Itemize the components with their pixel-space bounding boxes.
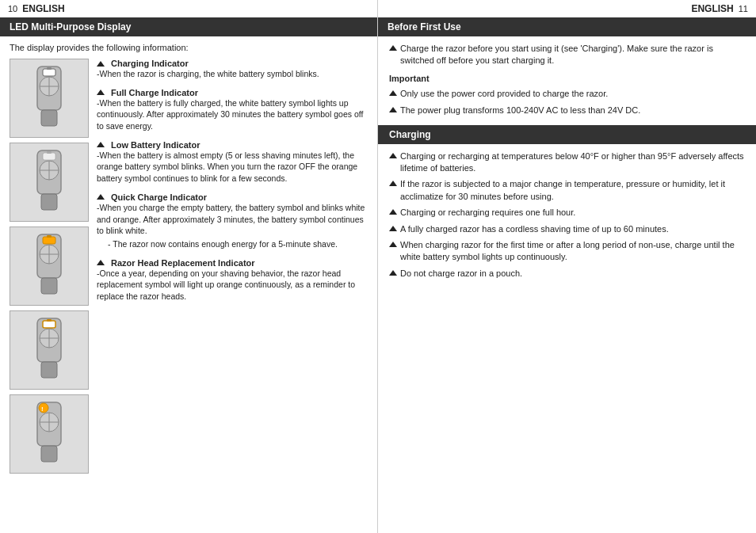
quick-charge-indicator-item: Quick Charge Indicator -When you charge …: [97, 192, 368, 250]
bullet-diamond-ch-5: [389, 270, 397, 276]
razor-svg-head: !: [13, 398, 85, 470]
indicator-section: ! Charging Indicator -When the razor is …: [10, 59, 368, 477]
svg-rect-13: [47, 151, 52, 154]
svg-rect-6: [47, 67, 52, 70]
full-charge-indicator-desc: -When the battery is fully charged, the …: [97, 97, 368, 132]
charging-text-1: If the razor is subjected to a major cha…: [400, 178, 745, 203]
charging-item-4: When charging razor for the first time o…: [389, 239, 745, 264]
bullet-diamond-before-0: [389, 45, 397, 51]
svg-rect-8: [41, 194, 57, 210]
left-content: The display provides the following infor…: [0, 36, 377, 533]
low-battery-indicator-item: Low Battery Indicator -When the battery …: [97, 140, 368, 185]
svg-rect-5: [43, 69, 55, 76]
razor-img-full: [10, 143, 89, 222]
quick-charge-indicator-title: Quick Charge Indicator: [97, 192, 368, 202]
important-item-0: Only use the power cord provided to char…: [389, 88, 745, 100]
razor-img-low: [10, 227, 89, 306]
charging-indicator-title: Charging Indicator: [97, 59, 368, 68]
charging-section: Charging or recharging at temperatures b…: [389, 150, 745, 280]
text-col: Charging Indicator -When the razor is ch…: [97, 59, 368, 477]
svg-point-34: [39, 403, 48, 413]
low-battery-indicator-title: Low Battery Indicator: [97, 140, 368, 150]
bullet-diamond-ch-2: [389, 209, 397, 215]
razor-img-charging: [10, 59, 89, 138]
charging-item-3: A fully charged razor has a cordless sha…: [389, 223, 745, 235]
important-text-0: Only use the power cord provided to char…: [400, 88, 608, 100]
right-content: Charge the razor before you start using …: [378, 36, 756, 533]
razor-images-col: !: [10, 59, 97, 477]
head-replacement-indicator-item: Razor Head Replacement Indicator -Once a…: [97, 258, 368, 303]
left-lang-label: ENGLISH: [22, 3, 64, 14]
bullet-diamond-important-1: [389, 107, 397, 112]
right-header: ENGLISH 11: [378, 0, 756, 17]
charging-text-3: A fully charged razor has a cordless sha…: [400, 223, 669, 235]
bullet-diamond-important-0: [389, 90, 397, 96]
head-replacement-indicator-desc: -Once a year, depending on your shaving …: [97, 268, 368, 303]
right-lang-label: ENGLISH: [691, 3, 733, 14]
charging-indicator-desc: -When the razor is charging, the white b…: [97, 68, 368, 80]
before-first-use-header: Before First Use: [378, 17, 756, 36]
bullet-diamond-ch-0: [389, 153, 397, 158]
left-page-num: 10: [8, 4, 17, 13]
charging-indicator-item: Charging Indicator -When the razor is ch…: [97, 59, 368, 80]
before-use-text-0: Charge the razor before you start using …: [400, 43, 745, 67]
svg-rect-23: [41, 362, 57, 378]
razor-svg-low: [13, 230, 85, 302]
left-column: 10 ENGLISH LED Multi-Purpose Display The…: [0, 0, 378, 533]
svg-text:!: !: [41, 405, 44, 413]
svg-rect-30: [41, 446, 57, 462]
bullet-diamond-quick: [97, 194, 105, 200]
bullet-diamond-ch-1: [389, 181, 397, 186]
right-page-num: 11: [739, 4, 748, 13]
important-item-1: The power plug transforms 100-240V AC to…: [389, 105, 745, 116]
svg-rect-27: [43, 321, 55, 328]
charging-header: Charging: [378, 125, 756, 144]
charging-item-2: Charging or recharging requires one full…: [389, 207, 745, 219]
bullet-diamond-head: [97, 260, 105, 265]
razor-svg-charging: [13, 63, 85, 134]
charging-text-4: When charging razor for the first time o…: [400, 239, 745, 264]
left-page-header: 10 ENGLISH: [0, 0, 73, 17]
svg-rect-28: [47, 319, 52, 322]
svg-rect-14: [44, 154, 55, 159]
razor-svg-quick: [13, 314, 85, 386]
full-charge-indicator-title: Full Charge Indicator: [97, 88, 368, 97]
led-section-header: LED Multi-Purpose Display: [0, 17, 377, 36]
svg-rect-16: [41, 278, 57, 294]
svg-rect-1: [41, 110, 57, 126]
razor-img-head: !: [10, 394, 89, 474]
quick-charge-sub-item-0: - The razor now contains enough energy f…: [108, 238, 368, 250]
charging-text-2: Charging or recharging requires one full…: [400, 207, 575, 219]
quick-charge-indicator-desc: -When you charge the empty battery, the …: [97, 202, 368, 237]
charging-item-5: Do not charge razor in a pouch.: [389, 268, 745, 280]
quick-charge-sub-bullet: - The razor now contains enough energy f…: [97, 238, 368, 250]
bullet-diamond-ch-4: [389, 242, 397, 247]
page: 10 ENGLISH LED Multi-Purpose Display The…: [0, 0, 756, 533]
bullet-diamond-ch-3: [389, 226, 397, 231]
razor-img-quick: [10, 310, 89, 390]
bullet-diamond-low: [97, 142, 105, 147]
before-use-item-0: Charge the razor before you start using …: [389, 43, 745, 67]
razor-svg-full: [13, 147, 85, 218]
charging-text-5: Do not charge razor in a pouch.: [400, 268, 522, 280]
bullet-diamond-full: [97, 89, 105, 95]
svg-rect-21: [47, 235, 52, 238]
right-page-header: ENGLISH 11: [683, 0, 756, 17]
charging-item-0: Charging or recharging at temperatures b…: [389, 150, 745, 175]
full-charge-indicator-item: Full Charge Indicator -When the battery …: [97, 88, 368, 132]
important-label: Important: [389, 74, 745, 83]
before-section: Charge the razor before you start using …: [389, 43, 745, 117]
intro-text: The display provides the following infor…: [10, 43, 368, 52]
right-column: ENGLISH 11 Before First Use Charge the r…: [378, 0, 756, 533]
left-header: 10 ENGLISH: [0, 0, 377, 17]
bullet-diamond-charging: [97, 61, 105, 67]
important-text-1: The power plug transforms 100-240V AC to…: [400, 105, 640, 116]
charging-text-0: Charging or recharging at temperatures b…: [400, 150, 745, 175]
charging-item-1: If the razor is subjected to a major cha…: [389, 178, 745, 203]
svg-rect-20: [43, 237, 55, 244]
head-replacement-indicator-title: Razor Head Replacement Indicator: [97, 258, 368, 268]
low-battery-indicator-desc: -When the battery is almost empty (5 or …: [97, 150, 368, 185]
